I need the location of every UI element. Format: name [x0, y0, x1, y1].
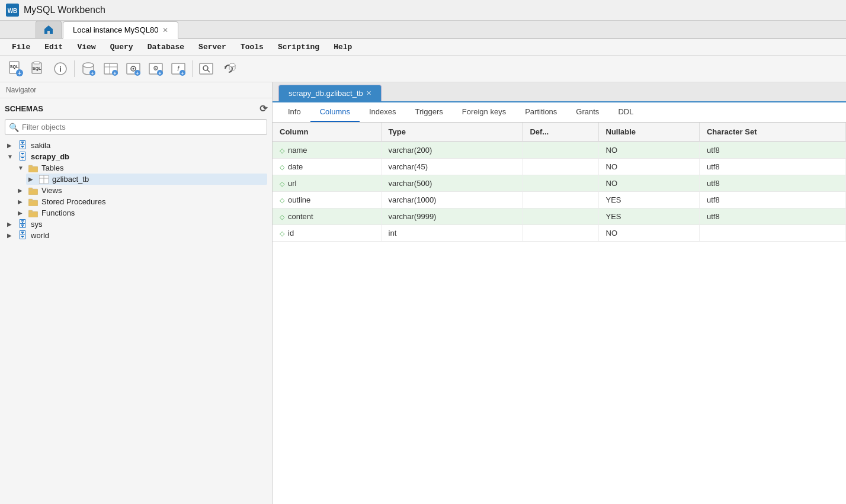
title-bar: WB MySQL Workbench	[0, 0, 846, 21]
tree-item-stored-procedures[interactable]: ▶ Stored Procedures	[15, 196, 267, 207]
col-header-column: Column	[273, 123, 381, 142]
tables-children: ▶ gzlibact_tb	[15, 174, 267, 185]
table-header-row: Column Type Def... Nullable Character Se	[273, 123, 846, 142]
new-function-icon[interactable]: f +	[168, 58, 189, 79]
navigator-header: Navigator	[0, 82, 272, 98]
tab-partitions[interactable]: Partitions	[515, 102, 566, 122]
connect-info-icon[interactable]: i	[50, 58, 71, 79]
new-table-icon[interactable]: +	[100, 58, 121, 79]
cell-charset: utf8	[699, 208, 845, 225]
tree-arrow-world: ▶	[7, 232, 14, 239]
cell-charset: utf8	[699, 192, 845, 208]
open-sql-file-icon[interactable]: SQL	[27, 58, 49, 79]
tab-columns[interactable]: Columns	[310, 102, 360, 122]
folder-icon-tables	[28, 164, 39, 172]
content-tab-close-icon[interactable]: ✕	[366, 89, 371, 97]
toolbar-separator-2	[192, 60, 193, 77]
menu-bar: File Edit View Query Database Server Too…	[0, 39, 846, 56]
menu-help[interactable]: Help	[328, 41, 358, 53]
tree-item-gzlibact-tb[interactable]: ▶ gzlibact_tb	[26, 174, 267, 185]
cell-column-name: ◇date	[273, 159, 381, 175]
tab-info[interactable]: Info	[278, 102, 310, 122]
tree-arrow-sys: ▶	[7, 221, 14, 227]
table-row: ◇datevarchar(45)NOutf8	[273, 159, 846, 175]
filter-search-icon: 🔍	[9, 123, 19, 132]
svg-rect-38	[28, 165, 33, 168]
columns-table: Column Type Def... Nullable Character Se	[273, 123, 846, 504]
tree-arrow-scrapy-db: ▼	[7, 153, 14, 160]
menu-database[interactable]: Database	[142, 41, 190, 53]
tree-label-views: Views	[41, 186, 62, 195]
content-tab-gzlibact[interactable]: scrapy_db.gzlibact_tb ✕	[278, 85, 382, 101]
svg-text:+: +	[91, 70, 94, 76]
object-tabs: Info Columns Indexes Triggers Foreign ke…	[273, 102, 846, 123]
tree-label-scrapy-db: scrapy_db	[31, 152, 69, 161]
app-icon: WB	[6, 4, 19, 17]
tab-label: Local instance MySQL80	[73, 25, 159, 34]
svg-text:i: i	[59, 65, 62, 73]
tree-item-views[interactable]: ▶ Views	[15, 185, 267, 196]
tab-close-icon[interactable]: ✕	[162, 26, 168, 34]
svg-rect-47	[28, 210, 33, 213]
tab-foreign-keys[interactable]: Foreign keys	[453, 102, 515, 122]
new-schema-icon[interactable]: +	[78, 58, 99, 79]
tab-indexes[interactable]: Indexes	[360, 102, 406, 122]
cell-default	[523, 142, 598, 159]
col-header-default: Def...	[523, 123, 598, 142]
tab-grants[interactable]: Grants	[566, 102, 608, 122]
svg-text:+: +	[181, 70, 184, 76]
tree-item-tables[interactable]: ▼ Tables	[15, 162, 267, 174]
table-row: ◇outlinevarchar(1000)YESutf8	[273, 192, 846, 208]
schemas-section: SCHEMAS ⟳ 🔍 ▶ 🗄 sakila ▼ 🗄 scrapy_db	[0, 98, 272, 504]
menu-server[interactable]: Server	[193, 41, 232, 53]
menu-edit[interactable]: Edit	[39, 41, 69, 53]
menu-tools[interactable]: Tools	[235, 41, 270, 53]
filter-input[interactable]	[5, 119, 267, 135]
svg-rect-32	[200, 63, 213, 74]
new-sql-file-icon[interactable]: SQL +	[5, 58, 26, 79]
db-icon-sakila: 🗄	[17, 142, 28, 150]
refresh-icon[interactable]: ⟳	[259, 103, 267, 114]
cell-type: varchar(500)	[381, 175, 523, 192]
tree-item-sys[interactable]: ▶ 🗄 sys	[5, 219, 267, 230]
menu-scripting[interactable]: Scripting	[272, 41, 325, 53]
menu-query[interactable]: Query	[104, 41, 139, 53]
table-row: ◇contentvarchar(9999)YESutf8	[273, 208, 846, 225]
cell-type: varchar(200)	[381, 142, 523, 159]
instance-tab[interactable]: Local instance MySQL80 ✕	[63, 21, 178, 39]
new-view-icon[interactable]: +	[123, 58, 144, 79]
cell-charset: utf8	[699, 159, 845, 175]
content-panel: scrapy_db.gzlibact_tb ✕ Info Columns Ind…	[273, 82, 846, 504]
columns-data-table: Column Type Def... Nullable Character Se	[273, 123, 846, 242]
tree-item-scrapy-db[interactable]: ▼ 🗄 scrapy_db	[5, 151, 267, 162]
tree-item-world[interactable]: ▶ 🗄 world	[5, 230, 267, 241]
reconnect-icon[interactable]	[218, 58, 239, 79]
tree-label-sakila: sakila	[31, 141, 50, 150]
search-table-icon[interactable]	[196, 58, 217, 79]
table-row: ◇namevarchar(200)NOutf8	[273, 142, 846, 159]
cell-column-name: ◇name	[273, 142, 381, 159]
table-icon-gzlibact	[39, 175, 49, 184]
cell-type: varchar(45)	[381, 159, 523, 175]
tree-label-stored-procedures: Stored Procedures	[41, 197, 105, 206]
tab-ddl[interactable]: DDL	[608, 102, 643, 122]
tree-arrow-stored-procedures: ▶	[18, 198, 25, 205]
navigator-panel: Navigator SCHEMAS ⟳ 🔍 ▶ 🗄 sakila ▼ 🗄	[0, 82, 273, 504]
tree-item-sakila[interactable]: ▶ 🗄 sakila	[5, 140, 267, 151]
menu-file[interactable]: File	[6, 41, 36, 53]
svg-text:+: +	[136, 70, 139, 76]
cell-nullable: NO	[598, 142, 699, 159]
content-tab-bar: scrapy_db.gzlibact_tb ✕	[273, 82, 846, 102]
tree-item-functions[interactable]: ▶ Functions	[15, 207, 267, 219]
menu-view[interactable]: View	[71, 41, 101, 53]
tree-label-functions: Functions	[41, 208, 75, 217]
home-tab[interactable]	[36, 21, 62, 38]
tab-triggers[interactable]: Triggers	[406, 102, 453, 122]
tree-group-tables: ▼ Tables ▶ gz	[15, 162, 267, 185]
svg-text:+: +	[18, 70, 21, 76]
cell-charset	[699, 225, 845, 242]
tab-bar: Local instance MySQL80 ✕	[0, 21, 846, 39]
tree-label-gzlibact: gzlibact_tb	[52, 175, 89, 184]
tree-arrow-gzlibact: ▶	[28, 176, 36, 182]
new-procedure-icon[interactable]: ⚙ +	[145, 58, 166, 79]
